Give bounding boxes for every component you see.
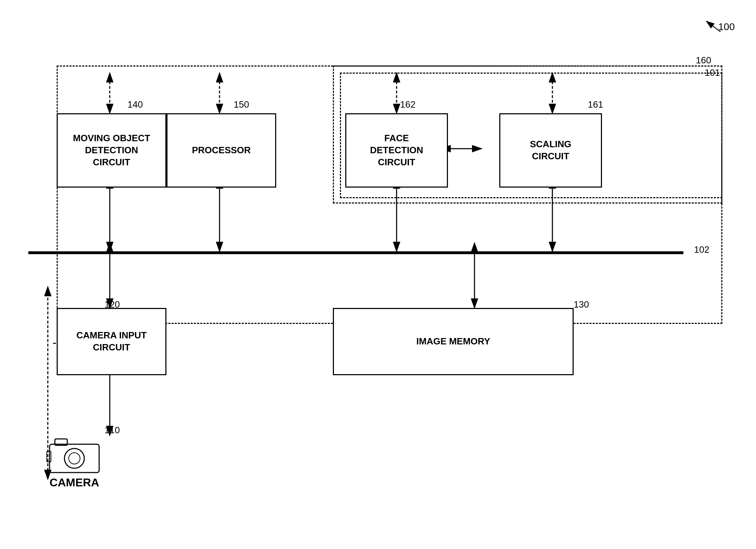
ref-130: 130 [574,299,589,310]
camera-icon [46,435,103,474]
scaling-circuit-box: SCALING CIRCUIT [499,113,602,188]
ref-161: 161 [588,99,603,110]
ref-110: 110 [104,425,120,436]
ref-160: 160 [696,55,711,66]
svg-point-19 [64,448,84,468]
diagram: MOVING OBJECT DETECTION CIRCUIT PROCESSO… [0,0,756,549]
svg-point-20 [69,453,80,464]
ref-101: 101 [705,67,720,78]
ref-150: 150 [234,99,249,110]
processor-box: PROCESSOR [166,113,276,188]
face-detection-box: FACE DETECTION CIRCUIT [345,113,448,188]
camera-label: CAMERA [50,476,99,489]
moving-object-box: MOVING OBJECT DETECTION CIRCUIT [57,113,166,188]
ref-102: 102 [694,244,709,255]
svg-line-23 [706,21,721,32]
camera-input-box: CAMERA INPUT CIRCUIT [57,308,166,375]
ref-100-arrow [703,19,724,34]
svg-rect-22 [47,451,51,462]
ref-140: 140 [127,99,143,110]
camera-component: CAMERA [25,435,124,506]
ref-120: 120 [104,299,120,310]
ref-162: 162 [400,99,415,110]
image-memory-box: IMAGE MEMORY [333,308,574,375]
